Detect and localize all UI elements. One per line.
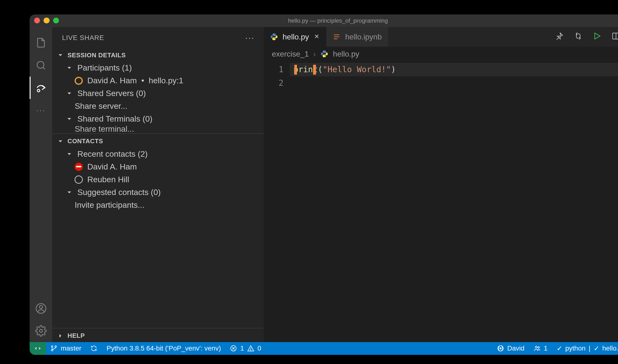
close-tab-icon[interactable] [314, 32, 320, 41]
participants-count-status[interactable]: 1 [529, 344, 552, 352]
svg-point-0 [37, 61, 44, 68]
svg-point-17 [535, 346, 537, 348]
sync-status[interactable] [86, 342, 102, 355]
breadcrumbs[interactable]: exercise_1 › hello.py [264, 47, 618, 61]
live-share-icon[interactable] [30, 77, 52, 99]
svg-rect-7 [612, 33, 618, 39]
liveshare-host-status[interactable]: David [492, 344, 529, 352]
svg-point-18 [538, 347, 539, 348]
invite-participants-action[interactable]: Invite participants... [52, 199, 264, 211]
run-icon[interactable] [592, 32, 601, 42]
git-branch-status[interactable]: master [46, 342, 86, 355]
participants-node[interactable]: Participants (1) [52, 62, 264, 74]
code-line[interactable]: print("Hello World!") [290, 63, 618, 76]
collab-cursor-icon [294, 65, 297, 75]
editor-area: hello.py hello.ipynb ··· [264, 27, 618, 342]
sidebar-more-icon[interactable]: ··· [245, 33, 255, 42]
recent-contacts-node[interactable]: Recent contacts (2) [52, 148, 264, 160]
remote-indicator[interactable] [30, 342, 46, 355]
svg-point-3 [39, 305, 43, 308]
section-contacts[interactable]: CONTACTS [52, 135, 264, 148]
shared-terminals-node[interactable]: Shared Terminals (0) [52, 113, 264, 125]
tasks-status[interactable]: ✓python | ✓hello.py [552, 344, 618, 352]
python-interpreter-status[interactable]: Python 3.8.5 64-bit ('PoP_venv': venv) [102, 342, 225, 355]
section-session-details[interactable]: SESSION DETAILS [52, 49, 264, 62]
compare-changes-icon[interactable] [574, 32, 583, 42]
participant-item[interactable]: David A. Ham • hello.py:1 [52, 74, 264, 87]
settings-gear-icon[interactable] [30, 320, 52, 342]
window-controls [34, 18, 59, 23]
presence-busy-icon [75, 163, 83, 171]
shared-servers-node[interactable]: Shared Servers (0) [52, 87, 264, 100]
explorer-icon[interactable] [30, 32, 52, 54]
activity-bar: ··· [30, 27, 52, 342]
svg-point-14 [251, 350, 251, 351]
svg-point-8 [323, 51, 324, 52]
chevron-right-icon: › [313, 50, 316, 58]
svg-point-11 [52, 350, 53, 351]
tab-bar: hello.py hello.ipynb ··· [264, 27, 618, 47]
svg-point-1 [37, 90, 40, 92]
divider [52, 328, 264, 328]
problems-status[interactable]: 1 0 [225, 342, 266, 355]
python-file-icon [320, 50, 328, 58]
tab-hello-py[interactable]: hello.py [264, 27, 326, 47]
contact-item[interactable]: David A. Ham [52, 160, 264, 173]
split-editor-icon[interactable] [612, 32, 618, 42]
svg-point-12 [55, 346, 57, 347]
notebook-file-icon [333, 33, 341, 41]
divider [52, 133, 264, 134]
svg-point-5 [273, 34, 273, 35]
window-title: hello.py — principles_of_programming [288, 17, 388, 24]
svg-point-4 [39, 329, 42, 332]
close-window-button[interactable] [34, 18, 40, 23]
presence-active-icon [75, 77, 83, 85]
svg-point-10 [52, 346, 53, 347]
accounts-icon[interactable] [30, 297, 52, 320]
contact-item[interactable]: Reuben Hill [52, 173, 264, 186]
python-file-icon [270, 33, 278, 41]
svg-point-16 [500, 348, 501, 349]
section-help[interactable]: HELP [52, 329, 264, 342]
share-terminal-action[interactable]: Share terminal... [52, 125, 264, 133]
svg-point-6 [275, 39, 276, 40]
collab-cursor-icon [313, 65, 316, 75]
line-gutter: 1 2 [264, 61, 290, 342]
tab-hello-ipynb[interactable]: hello.ipynb [326, 27, 388, 47]
share-server-action[interactable]: Share server... [52, 100, 264, 113]
titlebar: hello.py — principles_of_programming [30, 14, 618, 27]
status-bar: master Python 3.8.5 64-bit ('PoP_venv': … [30, 342, 618, 355]
minimize-window-button[interactable] [44, 18, 49, 23]
search-icon[interactable] [30, 54, 52, 77]
pin-icon[interactable] [555, 32, 564, 42]
sidebar-title: LIVE SHARE [62, 34, 104, 42]
more-activity-icon[interactable]: ··· [30, 99, 52, 122]
editor-actions: ··· [547, 27, 618, 47]
vscode-window: hello.py — principles_of_programming ··· [30, 14, 618, 355]
suggested-contacts-node[interactable]: Suggested contacts (0) [52, 186, 264, 199]
code-editor[interactable]: 1 2 print("Hello World!") [264, 61, 618, 342]
maximize-window-button[interactable] [53, 18, 59, 23]
presence-offline-icon [75, 176, 83, 184]
svg-point-9 [325, 56, 326, 57]
sidebar: LIVE SHARE ··· SESSION DETAILS Participa… [52, 27, 264, 342]
